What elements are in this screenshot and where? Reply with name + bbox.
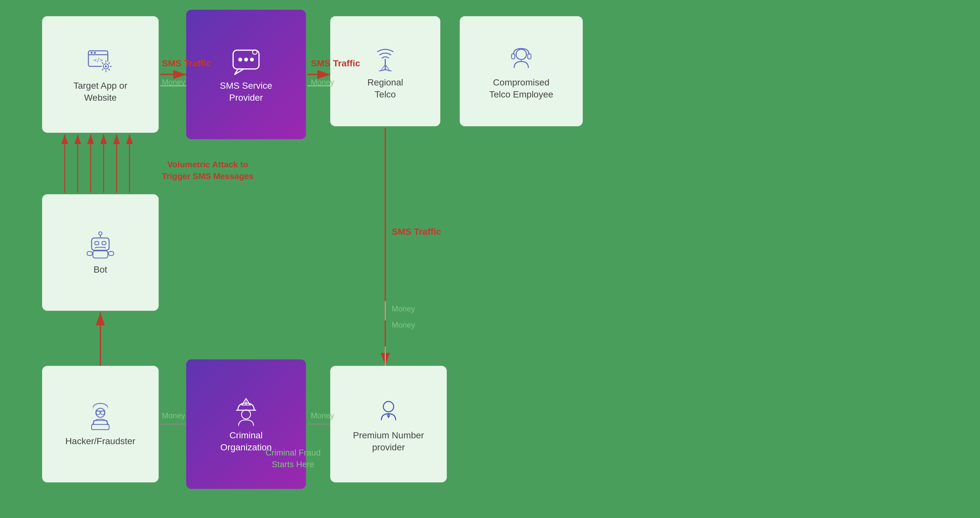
- bot-label: Bot: [94, 264, 107, 275]
- svg-point-21: [94, 52, 96, 54]
- money-label-3: Money: [392, 304, 415, 313]
- compromised-telco-label: Compromised Telco Employee: [489, 77, 553, 100]
- regional-telco-label: Regional Telco: [368, 77, 403, 100]
- svg-point-20: [91, 52, 92, 54]
- money-label-criminal-premium: Money: [311, 411, 334, 420]
- svg-rect-53: [102, 242, 106, 245]
- svg-rect-46: [512, 54, 515, 59]
- node-bot: Bot: [42, 194, 159, 311]
- money-label-1: Money: [162, 78, 185, 87]
- svg-point-69: [242, 410, 251, 419]
- criminal-org-icon: [231, 397, 261, 426]
- svg-rect-57: [93, 251, 108, 258]
- svg-point-38: [250, 58, 254, 62]
- diagram-container: </> Target App or Website: [0, 0, 980, 518]
- svg-line-42: [385, 70, 392, 71]
- svg-point-65: [96, 411, 100, 415]
- svg-line-43: [381, 65, 385, 70]
- criminal-fraud-label: Criminal Fraud Starts Here: [266, 447, 321, 470]
- target-app-label: Target App or Website: [73, 80, 127, 103]
- svg-rect-47: [528, 54, 531, 59]
- svg-point-71: [246, 404, 247, 405]
- svg-marker-35: [235, 69, 244, 75]
- node-regional-telco: Regional Telco: [330, 16, 440, 126]
- node-premium-number: Premium Number provider: [330, 366, 447, 482]
- sms-traffic-label-1: SMS Traffic: [162, 58, 211, 68]
- svg-point-72: [383, 402, 394, 412]
- svg-point-37: [244, 58, 248, 62]
- svg-line-44: [385, 65, 389, 70]
- node-compromised-telco: Compromised Telco Employee: [460, 16, 583, 126]
- svg-rect-51: [92, 238, 109, 250]
- hacker-label: Hacker/Fraudster: [65, 435, 135, 447]
- node-target-app: </> Target App or Website: [42, 16, 159, 133]
- svg-point-36: [238, 58, 242, 62]
- money-label-hacker-criminal: Money: [162, 411, 185, 420]
- svg-rect-59: [108, 251, 114, 256]
- regional-telco-icon: [371, 44, 400, 73]
- node-hacker: Hacker/Fraudster: [42, 366, 159, 482]
- svg-line-41: [379, 70, 385, 71]
- svg-point-49: [99, 232, 102, 235]
- svg-text:</>: </>: [94, 57, 103, 63]
- svg-point-66: [101, 411, 105, 415]
- volumetric-attack-label: Volumetric Attack to Trigger SMS Message…: [162, 159, 253, 182]
- compromised-telco-icon: [507, 44, 536, 73]
- svg-rect-52: [95, 242, 99, 245]
- hacker-icon: [86, 402, 115, 432]
- sms-traffic-label-2: SMS Traffic: [311, 58, 360, 68]
- bot-icon: [86, 231, 115, 260]
- premium-number-icon: [374, 397, 403, 426]
- target-app-icon: </>: [86, 47, 115, 76]
- node-sms-provider: SMS Service Provider: [186, 10, 306, 139]
- sms-provider-icon: [231, 47, 261, 76]
- sms-provider-label: SMS Service Provider: [220, 80, 272, 103]
- svg-rect-58: [87, 251, 92, 256]
- svg-rect-64: [94, 421, 107, 424]
- svg-point-25: [105, 65, 107, 67]
- money-label-4: Money: [392, 321, 415, 330]
- svg-point-45: [516, 49, 527, 60]
- sms-traffic-label-3: SMS Traffic: [392, 227, 441, 237]
- svg-rect-63: [92, 424, 109, 430]
- premium-number-label: Premium Number provider: [353, 430, 424, 453]
- money-label-2: Money: [311, 78, 334, 87]
- criminal-org-label: Criminal Organization: [221, 430, 272, 453]
